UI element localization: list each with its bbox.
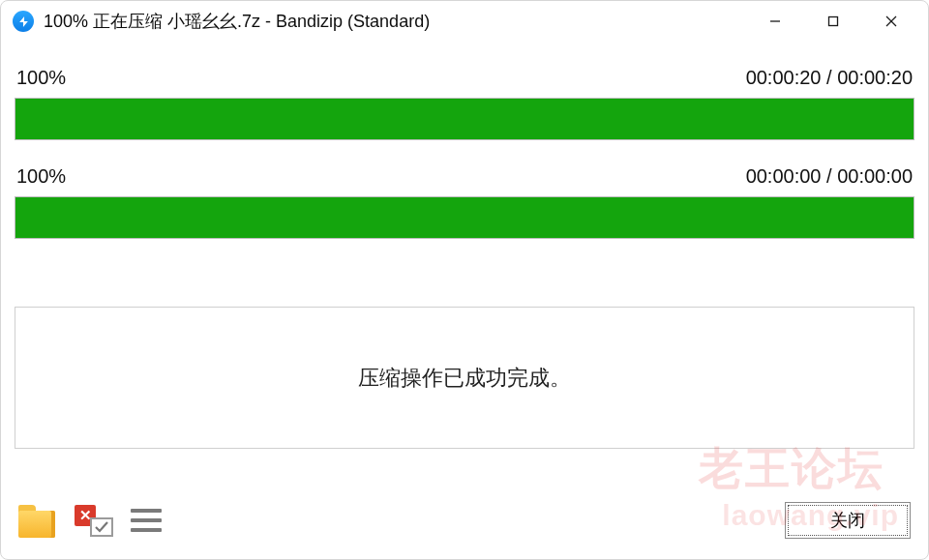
close-button[interactable]: 关闭	[785, 502, 911, 539]
status-message: 压缩操作已成功完成。	[358, 364, 571, 393]
overall-progress-bar	[15, 98, 914, 140]
file-progress-fill	[15, 197, 914, 238]
maximize-icon	[826, 15, 840, 28]
maximize-button[interactable]	[804, 2, 862, 41]
footer-toolbar: ✕ 关闭	[1, 491, 928, 559]
overall-progress-labels: 100% 00:00:20 / 00:00:20	[15, 67, 914, 89]
exit-when-done-toggle[interactable]: ✕	[75, 501, 113, 540]
svg-rect-1	[829, 17, 838, 26]
file-progress-labels: 100% 00:00:00 / 00:00:00	[15, 165, 914, 188]
overall-time-label: 00:00:20 / 00:00:20	[746, 67, 913, 89]
window-controls	[746, 2, 920, 41]
menu-button[interactable]	[131, 501, 162, 540]
hamburger-icon	[131, 509, 162, 513]
minimize-button[interactable]	[746, 2, 804, 41]
open-folder-button[interactable]	[18, 501, 57, 540]
minimize-icon	[768, 15, 782, 28]
checkbox-icon	[90, 517, 113, 537]
overall-percent-label: 100%	[16, 67, 66, 89]
overall-progress-fill	[15, 99, 914, 139]
window-title: 100% 正在压缩 小瑶幺幺.7z - Bandizip (Standard)	[44, 10, 430, 33]
titlebar: 100% 正在压缩 小瑶幺幺.7z - Bandizip (Standard)	[1, 1, 928, 42]
file-percent-label: 100%	[16, 165, 66, 188]
status-message-box: 压缩操作已成功完成。	[15, 307, 914, 449]
content-area: 100% 00:00:20 / 00:00:20 100% 00:00:00 /…	[1, 42, 928, 491]
bandizip-app-icon	[13, 11, 34, 32]
file-progress-bar	[15, 196, 914, 239]
file-time-label: 00:00:00 / 00:00:00	[746, 165, 913, 188]
close-icon	[884, 15, 898, 28]
bandizip-progress-window: 100% 正在压缩 小瑶幺幺.7z - Bandizip (Standard) …	[0, 0, 929, 560]
window-close-button[interactable]	[862, 2, 920, 41]
